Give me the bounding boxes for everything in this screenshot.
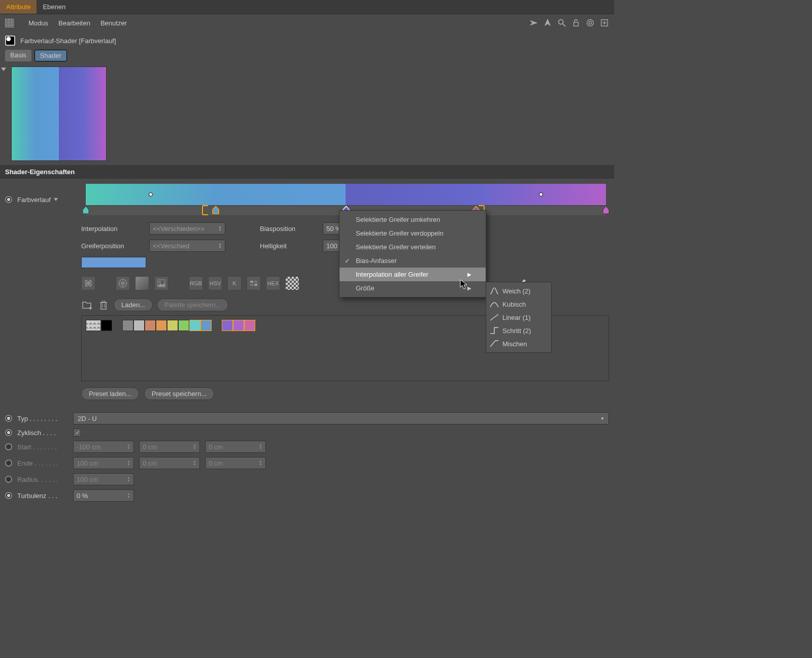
preview-disclosure[interactable]: [1, 68, 6, 71]
menu-bias-anfasser[interactable]: ✓Bias-Anfasser: [340, 254, 486, 268]
image-picker-icon[interactable]: [154, 276, 168, 290]
palette-swatch[interactable]: [233, 320, 244, 331]
ende-x-input[interactable]: 100 cm▲▼: [73, 457, 134, 469]
selection-bracket-left[interactable]: [202, 205, 208, 215]
spinner-arrows-icon: ▲▼: [218, 243, 222, 249]
dropdown-arrows-icon: ▲▼: [218, 225, 222, 232]
svg-line-1: [563, 24, 565, 26]
animatable-ende[interactable]: [5, 459, 12, 467]
palette-swatch-none[interactable]: [86, 320, 101, 331]
submenu-arrow-icon: ▶: [467, 285, 471, 291]
zyklisch-checkbox[interactable]: ✓: [73, 429, 81, 437]
color-wheel-icon[interactable]: [116, 276, 130, 290]
svg-point-4: [589, 21, 591, 24]
palette-swatch[interactable]: [145, 320, 156, 331]
submenu-schritt[interactable]: Schritt (2): [486, 324, 551, 337]
turbulenz-input[interactable]: 0 %▲▼: [73, 489, 134, 502]
target-icon[interactable]: [586, 18, 595, 27]
add-icon[interactable]: [600, 18, 609, 27]
search-icon[interactable]: [557, 18, 566, 27]
svg-rect-16: [250, 281, 253, 283]
ende-y-input[interactable]: 0 cm▲▼: [139, 457, 200, 469]
menu-modus[interactable]: Modus: [28, 19, 48, 27]
animatable-zyklisch[interactable]: [5, 429, 12, 436]
gradient-preview: [11, 67, 107, 161]
menu-benutzer[interactable]: Benutzer: [100, 19, 127, 27]
preset-laden-button[interactable]: Preset laden...: [81, 387, 139, 400]
animatable-radius[interactable]: [5, 476, 12, 483]
swatches-icon[interactable]: [285, 276, 299, 290]
hsv-mode[interactable]: HSV: [208, 276, 222, 290]
tab-ebenen[interactable]: Ebenen: [37, 0, 72, 14]
animatable-turbulenz[interactable]: [5, 492, 12, 499]
menu-bearbeiten[interactable]: Bearbeiten: [58, 19, 90, 27]
gradient-handle[interactable]: [212, 206, 219, 214]
spectrum-icon[interactable]: [135, 276, 149, 290]
palette-swatch[interactable]: [133, 320, 145, 331]
subtab-shader[interactable]: Shader: [35, 50, 67, 61]
trash-icon[interactable]: [97, 299, 110, 311]
animatable-farbverlauf[interactable]: [5, 196, 12, 203]
palette-swatch[interactable]: [101, 320, 112, 331]
submenu-linear[interactable]: Linear (1): [486, 311, 551, 324]
laden-button[interactable]: Laden...: [114, 299, 153, 311]
start-z-input[interactable]: 0 cm▲▼: [205, 441, 266, 453]
start-x-input[interactable]: -100 cm▲▼: [73, 441, 134, 453]
palette-speichern-button[interactable]: Palette speichern...: [157, 299, 228, 311]
rgb-mode[interactable]: RGB: [189, 276, 203, 290]
animatable-typ[interactable]: [5, 415, 12, 422]
palette-swatch[interactable]: [122, 320, 133, 331]
label-helligkeit: Helligkeit: [260, 242, 316, 250]
arrow-up-icon[interactable]: [543, 18, 552, 27]
arrow-left-icon[interactable]: [529, 18, 538, 27]
gradient-bar[interactable]: [86, 184, 606, 205]
section-header: Shader-Eigenschaften: [0, 165, 614, 179]
submenu-weich[interactable]: Weich (2): [486, 284, 551, 298]
tab-attribute[interactable]: Attribute: [0, 0, 37, 14]
gradient-disclosure[interactable]: [54, 198, 58, 201]
folder-add-icon[interactable]: [81, 299, 93, 311]
menu-verteilen[interactable]: Selektierte Greifer verteilen: [340, 240, 486, 254]
submenu-mischen[interactable]: Mischen: [486, 337, 551, 350]
palette-swatch[interactable]: [178, 320, 189, 331]
svg-rect-18: [250, 284, 253, 286]
subtab-basis[interactable]: Basis: [5, 50, 31, 61]
mouse-cursor-icon: [460, 279, 468, 290]
grid-icon[interactable]: [5, 18, 14, 27]
interpolation-submenu: Weich (2) Kubisch Linear (1) Schritt (2)…: [486, 282, 552, 353]
label-greiferposition: Greiferposition: [81, 242, 142, 250]
greiferposition-input[interactable]: <<Verschied ▲▼: [149, 240, 225, 252]
radius-input[interactable]: 100 cm▲▼: [73, 473, 134, 485]
typ-dropdown[interactable]: 2D - U▼: [73, 412, 609, 424]
color-square-icon[interactable]: [81, 276, 95, 290]
submenu-kubisch[interactable]: Kubisch: [486, 298, 551, 311]
menu-verdoppeln[interactable]: Selektierte Greifer verdoppeln: [340, 226, 486, 240]
hex-mode[interactable]: HEX: [266, 276, 280, 290]
svg-rect-17: [254, 281, 257, 283]
palette-swatch[interactable]: [244, 320, 255, 331]
svg-rect-22: [101, 303, 106, 309]
preset-speichern-button[interactable]: Preset speichern...: [144, 387, 214, 400]
dropdown-arrow-icon: ▼: [600, 416, 604, 421]
bias-dot[interactable]: [539, 192, 543, 196]
animatable-start[interactable]: [5, 443, 12, 450]
palette-swatch[interactable]: [200, 320, 212, 331]
palette-swatch[interactable]: [189, 320, 200, 331]
bias-dot[interactable]: [149, 192, 153, 196]
gradient-handle[interactable]: [602, 206, 610, 214]
current-color-swatch[interactable]: [81, 257, 146, 268]
gradient-label: Farbverlauf: [17, 196, 51, 204]
object-title: Farbverlauf-Shader [Farbverlauf]: [20, 37, 116, 45]
k-mode[interactable]: K: [227, 276, 242, 290]
ende-z-input[interactable]: 0 cm▲▼: [205, 457, 266, 469]
svg-rect-19: [254, 284, 257, 286]
menu-umkehren[interactable]: Selektierte Greifer umkehren: [340, 213, 486, 226]
lock-icon[interactable]: [571, 18, 581, 27]
palette-swatch[interactable]: [167, 320, 178, 331]
interpolation-dropdown[interactable]: <<Verschieden>> ▲▼: [149, 222, 225, 235]
gradient-handle[interactable]: [82, 206, 89, 214]
palette-swatch[interactable]: [222, 320, 233, 331]
palette-swatch[interactable]: [156, 320, 167, 331]
start-y-input[interactable]: 0 cm▲▼: [139, 441, 200, 453]
mixer-icon[interactable]: [247, 276, 261, 290]
